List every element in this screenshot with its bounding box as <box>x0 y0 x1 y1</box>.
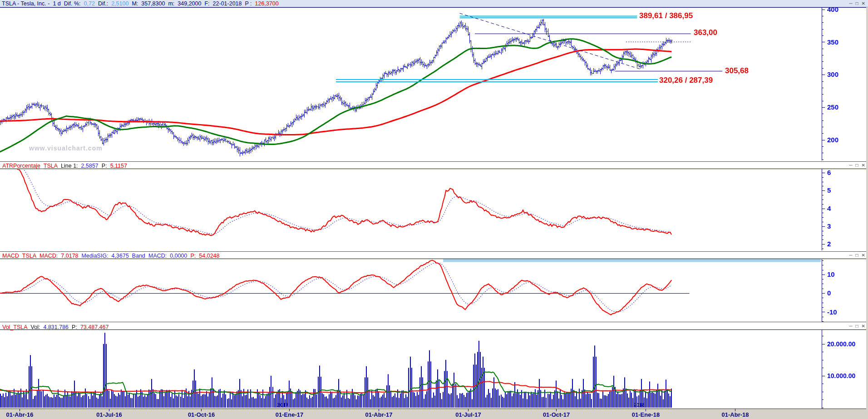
timeframe-label: 1 d <box>53 0 60 7</box>
macd-band-label: Band_MACD: <box>132 253 167 259</box>
dif-value: 2,5100 <box>111 0 128 7</box>
macd-label: MACD: <box>39 253 58 259</box>
macd-p-label: P: <box>191 253 196 259</box>
macd-indicator-name: MACD_TSLA <box>2 253 36 259</box>
minimize-icon[interactable]: ─ <box>849 324 852 329</box>
vol-label: Vol: <box>31 324 40 330</box>
macd-window-controls: ─ □ ✕ <box>844 253 865 258</box>
resistance-label[interactable]: 389,61 / 386,95 <box>639 11 693 20</box>
vol-indicator-name: Vol_TSLA <box>2 324 28 330</box>
vol-window-controls: ─ □ ✕ <box>844 324 865 329</box>
close-icon[interactable]: ✕ <box>862 1 865 6</box>
macd-p-value: 54,0248 <box>199 253 219 259</box>
atr-line1-value: 2,5857 <box>81 163 99 169</box>
atr-line1-label: Line 1: <box>61 163 78 169</box>
minimize-icon[interactable]: ─ <box>849 163 852 168</box>
vol-p-label: P: <box>72 324 77 330</box>
vol-value: 4.831.786 <box>43 324 69 330</box>
minimize-icon[interactable]: ─ <box>849 253 852 258</box>
price-window-controls: ─ □ ✕ <box>844 1 865 6</box>
min-value: 349,2000 <box>178 0 201 7</box>
maximize-icon[interactable]: □ <box>856 1 858 6</box>
macd-sig-label: MediaSIG: <box>82 253 108 259</box>
minimize-icon[interactable]: ─ <box>849 1 852 6</box>
dif-pct-label: Dif. %: <box>64 0 81 7</box>
dif-label: Dif.: <box>98 0 108 7</box>
title-bar: TSLA - Tesla, Inc. - 1 d Dif. %: 0,72 Di… <box>0 0 868 7</box>
close-icon[interactable]: ✕ <box>862 253 865 258</box>
date-label: F: <box>204 0 209 7</box>
date-value: 22-01-2018 <box>213 0 242 7</box>
macd-panel-header: MACD_TSLA MACD: 7,0178 MediaSIG: 4,3675 … <box>0 252 223 259</box>
max-label: M: <box>132 0 138 7</box>
last-price-label: P : <box>245 0 252 7</box>
close-icon[interactable]: ✕ <box>862 163 865 168</box>
macd-band-value: 0,0000 <box>170 253 187 259</box>
vol-panel-header: Vol_TSLA Vol: 4.831.786 P: 73.487.467 <box>0 324 112 330</box>
atr-panel-header: ATRPorcentaje_TSLA Line 1: 2,5857 P: 5,1… <box>0 162 130 169</box>
atr-indicator-name: ATRPorcentaje_TSLA <box>2 163 58 169</box>
visualchart-watermark: www.visualchart.com <box>29 145 103 152</box>
macd-value: 7,0178 <box>61 253 78 259</box>
line-363-label[interactable]: 363,00 <box>694 28 717 37</box>
maximize-icon[interactable]: □ <box>856 163 858 168</box>
macd-sig-value: 4,3675 <box>112 253 129 259</box>
dif-pct-value: 0,72 <box>84 0 95 7</box>
symbol-title: TSLA - Tesla, Inc. - <box>2 0 49 7</box>
atr-window-controls: ─ □ ✕ <box>844 163 865 168</box>
last-price-value: 126,3700 <box>255 0 279 7</box>
support-zone-label[interactable]: 320,26 / 287,39 <box>659 76 713 85</box>
close-icon[interactable]: ✕ <box>862 324 865 329</box>
min-label: m: <box>168 0 174 7</box>
atr-p-value: 5,1157 <box>110 163 127 169</box>
atr-p-label: P: <box>102 163 107 169</box>
maximize-icon[interactable]: □ <box>856 324 858 329</box>
chart-canvas[interactable] <box>0 0 868 419</box>
visual-chart-app: TSLA - Tesla, Inc. - 1 d Dif. %: 0,72 Di… <box>0 0 868 419</box>
vol-p-value: 73.487.467 <box>80 324 109 330</box>
line-305-label[interactable]: 305,68 <box>725 66 749 75</box>
max-value: 357,8300 <box>141 0 165 7</box>
maximize-icon[interactable]: □ <box>856 253 858 258</box>
